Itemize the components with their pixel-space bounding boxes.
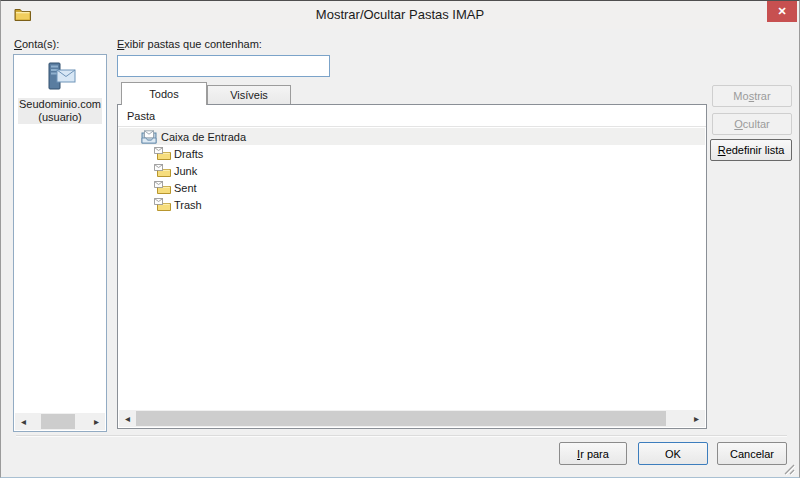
account-name: Seudominio.com (usuario) <box>18 98 102 124</box>
tab-visiveis[interactable]: Visíveis <box>207 85 291 104</box>
scroll-right-icon[interactable]: ▸ <box>688 410 705 427</box>
reset-list-button[interactable]: Redefinir lista <box>710 139 792 161</box>
folder-tree-row[interactable]: Drafts <box>119 145 705 162</box>
mail-account-icon <box>42 62 78 92</box>
scroll-thumb[interactable] <box>41 414 75 429</box>
imap-folders-dialog: Mostrar/Ocultar Pastas IMAP ✕ Conta(s): … <box>0 0 800 478</box>
folder-list-panel: Pasta Caixa de Entrada Drafts Junk Sent … <box>117 104 707 429</box>
inbox-icon <box>141 130 159 144</box>
folder-tree-row[interactable]: Junk <box>119 162 705 179</box>
scroll-left-icon[interactable]: ◂ <box>119 410 136 427</box>
scroll-right-icon[interactable]: ▸ <box>88 413 105 430</box>
mail-folder-icon <box>154 147 172 161</box>
tab-todos[interactable]: Todos <box>121 82 207 105</box>
mail-folder-icon <box>154 181 172 195</box>
folder-tree-row[interactable]: Trash <box>119 196 705 213</box>
accounts-listbox[interactable]: Seudominio.com (usuario) ◂ ▸ <box>13 54 107 432</box>
window-title: Mostrar/Ocultar Pastas IMAP <box>61 7 739 22</box>
filter-input[interactable] <box>117 55 330 77</box>
hide-button[interactable]: Ocultar <box>712 113 792 135</box>
mail-folder-icon <box>154 164 172 178</box>
go-to-button[interactable]: Ir para <box>559 442 627 465</box>
cancel-button[interactable]: Cancelar <box>717 442 787 465</box>
folder-tree-row[interactable]: Caixa de Entrada <box>119 128 705 145</box>
ok-button[interactable]: OK <box>638 442 708 465</box>
folder-tree: Caixa de Entrada Drafts Junk Sent Trash <box>119 128 705 213</box>
filter-label: Exibir pastas que contenham: <box>117 38 262 50</box>
folder-tree-row[interactable]: Sent <box>119 179 705 196</box>
scroll-left-icon[interactable]: ◂ <box>15 413 32 430</box>
show-button[interactable]: Mostrar <box>712 85 792 107</box>
close-button[interactable]: ✕ <box>767 1 797 22</box>
column-header-pasta[interactable]: Pasta <box>118 105 706 127</box>
account-item[interactable]: Seudominio.com (usuario) <box>14 55 106 125</box>
resize-grip-icon[interactable] <box>783 461 795 473</box>
accounts-horizontal-scrollbar[interactable]: ◂ ▸ <box>15 413 105 430</box>
accounts-label: Conta(s): <box>14 38 59 50</box>
footer-separator <box>16 435 787 436</box>
folders-horizontal-scrollbar[interactable]: ◂ ▸ <box>119 410 705 427</box>
scroll-thumb[interactable] <box>136 411 666 426</box>
title-bar: Mostrar/Ocultar Pastas IMAP ✕ <box>1 1 799 29</box>
folder-icon <box>14 7 32 21</box>
mail-folder-icon <box>154 198 172 212</box>
